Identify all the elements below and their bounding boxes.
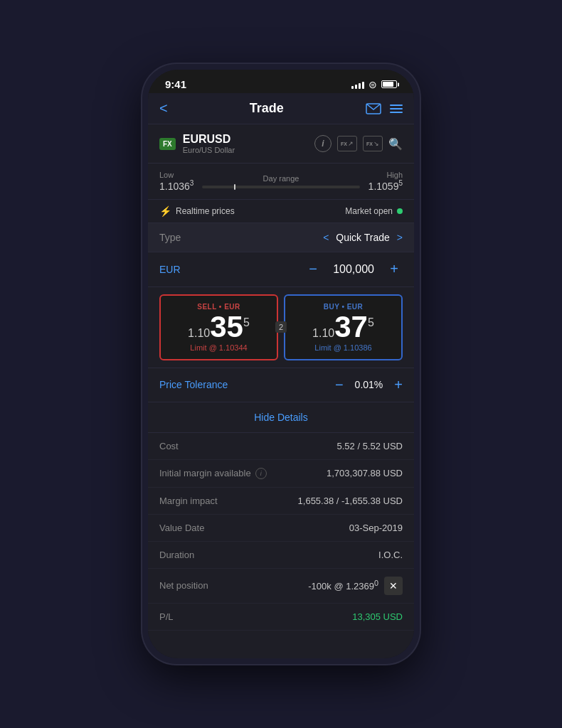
margin-info-icon[interactable]: i xyxy=(255,468,267,479)
type-label: Type xyxy=(159,232,181,243)
phone-frame: 9:41 ⊜ < Trade xyxy=(142,64,420,664)
cost-value: 5.52 / 5.52 USD xyxy=(337,441,403,451)
status-time: 9:41 xyxy=(165,78,186,90)
realtime-label: Realtime prices xyxy=(176,206,235,216)
detail-row-margin: Initial margin available i 1,703,307.88 … xyxy=(148,460,414,488)
sell-limit-text: Limit @ 1.10344 xyxy=(190,343,247,352)
back-button[interactable]: < xyxy=(159,100,168,117)
type-value: Quick Trade xyxy=(336,232,389,243)
low-value: 1.10363 xyxy=(159,179,193,192)
buy-price-prefix: 1.10 xyxy=(312,327,334,340)
margin-value: 1,703,307.88 USD xyxy=(327,468,403,478)
buy-label: BUY • EUR xyxy=(324,303,364,311)
pl-value: 13,305 USD xyxy=(352,611,403,622)
instrument-subtitle: Euro/US Dollar xyxy=(183,146,235,154)
header: < Trade xyxy=(148,93,414,124)
value-date-value: 03-Sep-2019 xyxy=(349,523,403,533)
tolerance-row: Price Tolerance − 0.01% + xyxy=(148,368,414,402)
price-high: High 1.10595 xyxy=(369,171,403,192)
sell-label: SELL • EUR xyxy=(197,303,240,311)
detail-row-value-date: Value Date 03-Sep-2019 xyxy=(148,515,414,542)
market-label: Market open xyxy=(345,206,393,216)
sell-price-large: 35 xyxy=(210,312,243,342)
value-date-label: Value Date xyxy=(159,523,204,533)
amount-row: EUR − 100,000 + xyxy=(148,252,414,287)
tolerance-value: 0.01% xyxy=(355,379,383,390)
high-value: 1.10595 xyxy=(369,179,403,192)
status-bar: 9:41 ⊜ xyxy=(148,70,414,93)
mail-icon[interactable] xyxy=(366,103,381,114)
buy-price-display: 1.10 37 5 xyxy=(312,312,374,342)
low-label: Low xyxy=(159,171,174,179)
hide-details-row: Hide Details xyxy=(148,402,414,433)
phone-screen: 9:41 ⊜ < Trade xyxy=(148,70,414,658)
sell-price-pip: 5 xyxy=(243,316,250,329)
detail-row-duration: Duration I.O.C. xyxy=(148,542,414,569)
margin-impact-label: Margin impact xyxy=(159,496,218,506)
details-table: Cost 5.52 / 5.52 USD Initial margin avai… xyxy=(148,433,414,631)
market-status: Market open xyxy=(345,206,403,216)
pl-label: P/L xyxy=(159,611,174,622)
net-position-text: -100k @ 1.23690 xyxy=(308,579,378,592)
range-bar xyxy=(202,186,359,188)
high-label: High xyxy=(386,171,403,179)
instrument-actions: i FX ↗ FX ↘ 🔍 xyxy=(314,135,403,152)
type-next-button[interactable]: > xyxy=(397,232,403,243)
tolerance-controls: − 0.01% + xyxy=(335,377,403,393)
wifi-icon: ⊜ xyxy=(369,79,377,90)
margin-impact-value: 1,655.38 / -1,655.38 USD xyxy=(298,496,403,506)
lightning-icon: ⚡ xyxy=(159,205,171,217)
page-title: Trade xyxy=(250,101,284,116)
currency-label: EUR xyxy=(159,264,181,275)
type-prev-button[interactable]: < xyxy=(323,232,329,243)
trade-buttons: SELL • EUR 1.10 35 5 Limit @ 1.10344 2 B… xyxy=(148,294,414,360)
day-range: Day range xyxy=(202,174,359,188)
hide-details-button[interactable]: Hide Details xyxy=(254,412,307,423)
buy-button[interactable]: BUY • EUR 1.10 37 5 Limit @ 1.10386 xyxy=(284,294,403,360)
day-range-label: Day range xyxy=(263,174,299,183)
search-icon[interactable]: 🔍 xyxy=(388,137,403,151)
buy-price-pip: 5 xyxy=(368,316,374,329)
cost-label: Cost xyxy=(159,441,179,451)
sell-price-prefix: 1.10 xyxy=(188,327,210,340)
margin-label: Initial margin available i xyxy=(159,468,267,479)
battery-icon xyxy=(381,80,397,88)
price-range: Low 1.10363 Day range High 1.10595 xyxy=(148,164,414,200)
net-position-label: Net position xyxy=(159,580,208,591)
realtime-bar: ⚡ Realtime prices Market open xyxy=(148,200,414,223)
close-position-button[interactable]: ✕ xyxy=(384,577,403,595)
header-icons xyxy=(366,103,403,114)
instrument-name: EURUSD xyxy=(183,133,235,146)
net-position-value: -100k @ 1.23690 ✕ xyxy=(308,577,403,595)
menu-icon[interactable] xyxy=(390,105,403,113)
amount-controls: − 100,000 + xyxy=(304,261,403,278)
chart-button-2[interactable]: FX ↘ xyxy=(363,136,383,151)
info-button[interactable]: i xyxy=(314,135,332,152)
tolerance-label: Price Tolerance xyxy=(159,379,228,390)
tolerance-minus-button[interactable]: − xyxy=(335,377,344,393)
signal-bars-icon xyxy=(351,80,364,89)
net-position-row: Net position -100k @ 1.23690 ✕ xyxy=(148,569,414,604)
content-area: FX EURUSD Euro/US Dollar i FX ↗ FX ↘ xyxy=(148,124,414,658)
instrument-left: FX EURUSD Euro/US Dollar xyxy=(159,133,235,154)
sell-button[interactable]: SELL • EUR 1.10 35 5 Limit @ 1.10344 xyxy=(159,294,278,360)
price-low: Low 1.10363 xyxy=(159,171,193,192)
sell-price-display: 1.10 35 5 xyxy=(188,312,250,342)
detail-row-margin-impact: Margin impact 1,655.38 / -1,655.38 USD xyxy=(148,488,414,515)
duration-value: I.O.C. xyxy=(378,550,403,560)
chart-button-1[interactable]: FX ↗ xyxy=(337,136,357,151)
type-row: Type < Quick Trade > xyxy=(148,223,414,252)
detail-row-cost: Cost 5.52 / 5.52 USD xyxy=(148,433,414,460)
fx-badge: FX xyxy=(159,138,176,150)
amount-value: 100,000 xyxy=(333,263,374,276)
duration-label: Duration xyxy=(159,550,194,560)
realtime-left: ⚡ Realtime prices xyxy=(159,205,235,217)
type-selector: < Quick Trade > xyxy=(323,232,403,243)
tolerance-plus-button[interactable]: + xyxy=(394,377,403,393)
amount-minus-button[interactable]: − xyxy=(304,261,322,278)
instrument-row: FX EURUSD Euro/US Dollar i FX ↗ FX ↘ xyxy=(148,124,414,164)
market-open-indicator xyxy=(397,208,403,214)
spread-badge: 2 xyxy=(275,321,287,333)
amount-plus-button[interactable]: + xyxy=(386,261,403,278)
status-icons: ⊜ xyxy=(351,79,397,90)
